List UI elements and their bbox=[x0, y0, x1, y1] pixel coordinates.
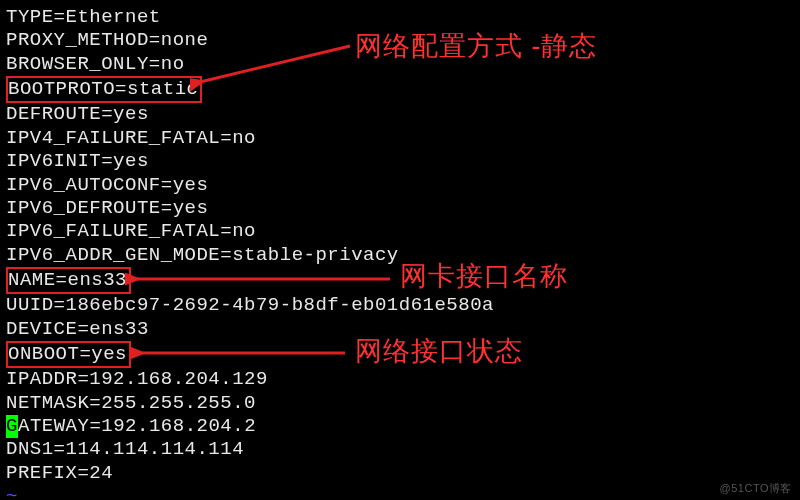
annotation-bootproto: 网络配置方式 -静态 bbox=[355, 30, 598, 63]
ipv6-autoconf-value: IPV6_AUTOCONF=yes bbox=[6, 174, 208, 196]
ipaddr-value: IPADDR=192.168.204.129 bbox=[6, 368, 268, 390]
watermark-text: @51CTO博客 bbox=[720, 482, 792, 496]
prefix-value: PREFIX=24 bbox=[6, 462, 113, 484]
annotation-onboot: 网络接口状态 bbox=[355, 335, 523, 368]
config-line: IPADDR=192.168.204.129 bbox=[6, 368, 800, 391]
ipv6-addr-gen-mode-value: IPV6_ADDR_GEN_MODE=stable-privacy bbox=[6, 244, 399, 266]
config-line: NETMASK=255.255.255.0 bbox=[6, 392, 800, 415]
config-line: BOOTPROTO=static bbox=[6, 76, 800, 103]
config-line: IPV6_DEFROUTE=yes bbox=[6, 197, 800, 220]
uuid-value: UUID=186ebc97-2692-4b79-b8df-eb01d61e580… bbox=[6, 294, 494, 316]
vim-tilde-line: ~ bbox=[6, 485, 800, 500]
config-line: IPV6INIT=yes bbox=[6, 150, 800, 173]
cursor-block: G bbox=[6, 415, 18, 438]
netmask-value: NETMASK=255.255.255.0 bbox=[6, 392, 256, 414]
ipv6-failure-fatal-value: IPV6_FAILURE_FATAL=no bbox=[6, 220, 256, 242]
name-highlight: NAME=ens33 bbox=[6, 267, 131, 294]
onboot-highlight: ONBOOT=yes bbox=[6, 341, 131, 368]
config-line: DEFROUTE=yes bbox=[6, 103, 800, 126]
ipv4-failure-fatal-value: IPV4_FAILURE_FATAL=no bbox=[6, 127, 256, 149]
config-line: IPV6_AUTOCONF=yes bbox=[6, 174, 800, 197]
dns1-value: DNS1=114.114.114.114 bbox=[6, 438, 244, 460]
device-value: DEVICE=ens33 bbox=[6, 318, 149, 340]
config-line: PREFIX=24 bbox=[6, 462, 800, 485]
ipv6init-value: IPV6INIT=yes bbox=[6, 150, 149, 172]
bootproto-value: BOOTPROTO=static bbox=[8, 78, 198, 100]
annotation-name: 网卡接口名称 bbox=[400, 260, 568, 293]
config-line: DNS1=114.114.114.114 bbox=[6, 438, 800, 461]
config-line: IPV6_FAILURE_FATAL=no bbox=[6, 220, 800, 243]
browser-only-value: BROWSER_ONLY=no bbox=[6, 53, 185, 75]
config-line: UUID=186ebc97-2692-4b79-b8df-eb01d61e580… bbox=[6, 294, 800, 317]
proxy-method-value: PROXY_METHOD=none bbox=[6, 29, 208, 51]
config-line: IPV4_FAILURE_FATAL=no bbox=[6, 127, 800, 150]
type-value: TYPE=Ethernet bbox=[6, 6, 161, 28]
config-line: TYPE=Ethernet bbox=[6, 6, 800, 29]
onboot-value: ONBOOT=yes bbox=[8, 343, 127, 365]
name-value: NAME=ens33 bbox=[8, 269, 127, 291]
gateway-value: ATEWAY=192.168.204.2 bbox=[18, 415, 256, 437]
defroute-value: DEFROUTE=yes bbox=[6, 103, 149, 125]
config-line: GATEWAY=192.168.204.2 bbox=[6, 415, 800, 438]
bootproto-highlight: BOOTPROTO=static bbox=[6, 76, 202, 103]
ipv6-defroute-value: IPV6_DEFROUTE=yes bbox=[6, 197, 208, 219]
